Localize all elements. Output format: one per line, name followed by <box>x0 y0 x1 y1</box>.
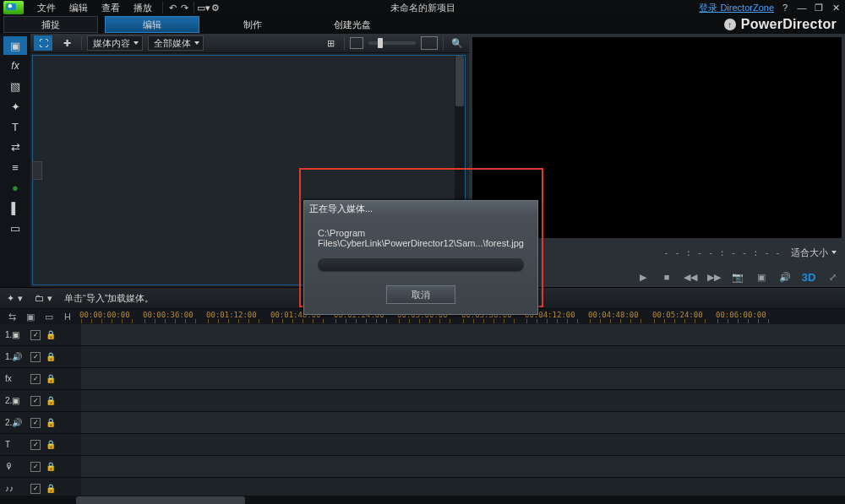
menu-view[interactable]: 查看 <box>95 2 127 14</box>
track-visible-checkbox[interactable]: ✓ <box>30 396 41 406</box>
timeline: ⇆▣▭H 00:00:00:0000:00:36:0000:01:12:0000… <box>0 309 845 504</box>
undo-icon[interactable]: ↶ <box>166 2 178 14</box>
track-header[interactable]: 1.▣✓🔒 <box>0 324 81 345</box>
zoom-fit-dropdown[interactable]: 适合大小 <box>786 246 840 259</box>
track-visible-checkbox[interactable]: ✓ <box>30 462 41 472</box>
menu-edit[interactable]: 编辑 <box>63 2 95 14</box>
play-icon[interactable]: ▶ <box>635 269 651 285</box>
voice-room-icon[interactable]: ● <box>3 178 27 197</box>
import-progress-bar <box>318 258 524 272</box>
track-lane[interactable] <box>81 324 845 345</box>
menu-play[interactable]: 播放 <box>127 2 159 14</box>
track-visible-checkbox[interactable]: ✓ <box>30 352 41 362</box>
thumb-small-icon[interactable] <box>350 37 363 49</box>
track-lock-icon[interactable]: 🔒 <box>46 440 56 449</box>
tab-produce[interactable]: 制作 <box>206 17 299 32</box>
thumb-size-slider[interactable] <box>368 41 416 45</box>
import-media-icon[interactable]: ⛶ <box>34 35 52 51</box>
next-frame-icon[interactable]: ▶▶ <box>706 269 722 285</box>
ruler-tool-3[interactable]: H <box>61 311 74 322</box>
tab-edit[interactable]: 编辑 <box>105 16 199 33</box>
subtitle-room-icon[interactable]: ▭ <box>3 219 27 237</box>
track-header[interactable]: 🎙✓🔒 <box>0 456 81 477</box>
transition-room-icon[interactable]: ⇄ <box>3 138 27 156</box>
tab-capture[interactable]: 捕捉 <box>3 16 98 33</box>
close-icon[interactable]: ✕ <box>830 2 842 14</box>
media-filter-dropdown[interactable]: 全部媒体 <box>148 35 204 51</box>
track-lane[interactable] <box>81 456 845 477</box>
track-header[interactable]: ♪♪✓🔒 <box>0 478 81 496</box>
folder-icon: 🗀 <box>35 293 44 303</box>
view-grid-icon[interactable]: ⊞ <box>322 36 339 50</box>
track-lane[interactable] <box>81 478 845 496</box>
snapshot-icon[interactable]: 📷 <box>730 269 745 285</box>
fx-room-icon[interactable]: fx <box>3 57 27 75</box>
track-visible-checkbox[interactable]: ✓ <box>30 374 41 384</box>
import-folder-button[interactable]: 🗀▾ <box>35 293 52 304</box>
track-label: 2.🔊 <box>5 418 25 427</box>
track-lock-icon[interactable]: 🔒 <box>46 418 56 427</box>
pip-room-icon[interactable]: ▧ <box>3 77 27 95</box>
track-label: fx <box>5 374 25 383</box>
ruler-label: 00:04:48:00 <box>588 311 639 319</box>
track-visible-checkbox[interactable]: ✓ <box>30 330 41 340</box>
media-room-icon[interactable]: ▣ <box>3 36 27 55</box>
track-header[interactable]: 2.🔊✓🔒 <box>0 412 81 433</box>
thumb-large-icon[interactable] <box>421 36 438 50</box>
settings-icon[interactable]: ⚙ <box>210 2 221 14</box>
upload-icon[interactable]: ↑ <box>724 19 736 30</box>
track-lock-icon[interactable]: 🔒 <box>46 396 56 405</box>
minimize-icon[interactable]: — <box>796 2 808 14</box>
track-header[interactable]: 1.🔊✓🔒 <box>0 346 81 367</box>
stop-icon[interactable]: ■ <box>659 269 674 285</box>
title-room-icon[interactable]: T <box>3 117 27 136</box>
ruler-tool-1[interactable]: ▣ <box>24 311 37 322</box>
content-type-dropdown[interactable]: 媒体内容 <box>87 35 143 51</box>
signin-link[interactable]: 登录 DirectorZone <box>699 2 774 14</box>
track-visible-checkbox[interactable]: ✓ <box>30 484 41 494</box>
menu-bar: 文件 编辑 查看 播放 ↶ ↷ ▭▾ ⚙ 未命名的新项目 登录 Director… <box>0 0 845 15</box>
track-header[interactable]: 2.▣✓🔒 <box>0 390 81 411</box>
track-lock-icon[interactable]: 🔒 <box>46 352 56 361</box>
undock-preview-icon[interactable]: ⤢ <box>825 269 840 285</box>
ruler-tool-0[interactable]: ⇆ <box>5 311 19 322</box>
track-label: 1.▣ <box>5 330 25 339</box>
prev-frame-icon[interactable]: ◀◀ <box>683 269 698 285</box>
preview-3d-button[interactable]: 3D <box>801 269 816 285</box>
track-header[interactable]: fx✓🔒 <box>0 368 81 389</box>
plugin-icon[interactable]: ✚ <box>57 35 76 51</box>
timeline-hscroll[interactable] <box>0 496 845 504</box>
menu-file[interactable]: 文件 <box>30 2 63 14</box>
track-label: T <box>5 440 25 449</box>
chapter-room-icon[interactable]: ▌ <box>3 198 27 217</box>
redo-icon[interactable]: ↷ <box>178 2 190 14</box>
track-lock-icon[interactable]: 🔒 <box>46 484 56 493</box>
track-visible-checkbox[interactable]: ✓ <box>30 440 41 450</box>
track-lane[interactable] <box>81 412 845 433</box>
track-header[interactable]: T✓🔒 <box>0 434 81 455</box>
aspect-icon[interactable]: ▭▾ <box>198 2 210 14</box>
ruler-label: 00:01:12:00 <box>206 311 257 319</box>
track-lock-icon[interactable]: 🔒 <box>46 374 56 383</box>
restore-icon[interactable]: ❐ <box>813 2 825 14</box>
cancel-button[interactable]: 取消 <box>386 285 455 304</box>
loop-icon[interactable]: ▣ <box>754 269 769 285</box>
track-lane[interactable] <box>81 346 845 367</box>
audio-room-icon[interactable]: ≡ <box>3 158 27 176</box>
ruler-label: 00:06:00:00 <box>716 311 766 319</box>
library-toolbar: ⛶ ✚ 媒体内容 全部媒体 ⊞ 🔍 <box>30 34 469 53</box>
track-lock-icon[interactable]: 🔒 <box>46 462 56 471</box>
ruler-tool-2[interactable]: ▭ <box>42 311 56 322</box>
track-lane[interactable] <box>81 368 845 389</box>
help-icon[interactable]: ? <box>779 2 791 14</box>
track-lock-icon[interactable]: 🔒 <box>46 330 56 339</box>
tab-create-disc[interactable]: 创建光盘 <box>306 17 399 32</box>
track-visible-checkbox[interactable]: ✓ <box>30 418 41 428</box>
track-lane[interactable] <box>81 434 845 455</box>
library-search-icon[interactable]: 🔍 <box>449 36 466 50</box>
volume-icon[interactable]: 🔊 <box>777 269 793 285</box>
particle-room-icon[interactable]: ✦ <box>3 97 27 116</box>
track-lane[interactable] <box>81 390 845 411</box>
panel-collapse-handle[interactable] <box>32 161 42 180</box>
magic-tools-button[interactable]: ✦▾ <box>7 293 23 304</box>
